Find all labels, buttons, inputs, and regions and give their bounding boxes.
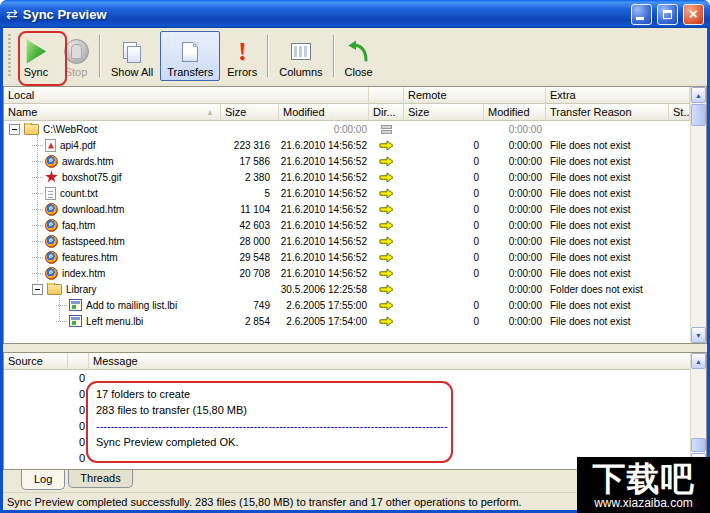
toolbar-button-transfers[interactable]: Transfers xyxy=(160,31,220,81)
toolbar-button-close[interactable]: Close xyxy=(338,31,380,81)
toolbar-button-sync[interactable]: Sync xyxy=(16,31,56,81)
htm-file-icon xyxy=(45,251,58,264)
log-scrollbar[interactable]: ▲ ▼ xyxy=(690,353,706,469)
column-header-transfer-reason[interactable]: Transfer Reason xyxy=(546,104,669,121)
toolbar-button-columns[interactable]: Columns xyxy=(272,31,329,81)
table-row[interactable]: boxshot75.gif2 38021.6.2010 14:56:5200:0… xyxy=(4,169,690,185)
toolbar-grip[interactable] xyxy=(8,34,11,78)
grid-scrollbar[interactable]: ▲ ▼ xyxy=(690,87,706,343)
log-row[interactable]: 0Sync Preview completed OK. xyxy=(4,434,690,450)
table-row[interactable]: index.htm20 70821.6.2010 14:56:5200:00:0… xyxy=(4,265,690,281)
column-header-size-local[interactable]: Size xyxy=(221,104,279,121)
green-curved-arrow-icon xyxy=(346,38,371,65)
maximize-button[interactable] xyxy=(657,4,678,25)
tree-line xyxy=(32,193,43,194)
log-row[interactable]: 0 xyxy=(4,370,690,386)
cell-name: features.htm xyxy=(4,251,221,264)
file-name-label: download.htm xyxy=(62,204,124,215)
cell-direction xyxy=(369,284,404,295)
log-column-source[interactable]: Source xyxy=(4,353,68,370)
cell-transfer-reason: File does not exist xyxy=(546,140,669,151)
cell-name: awards.htm xyxy=(4,155,221,168)
cell-local-size: 749 xyxy=(221,300,279,311)
expand-collapse-icon[interactable] xyxy=(9,124,20,135)
cell-remote-modified: 0:00:00 xyxy=(484,268,546,279)
cell-local-size: 223 316 xyxy=(221,140,279,151)
cell-transfer-reason: File does not exist xyxy=(546,268,669,279)
column-header-size-remote[interactable]: Size xyxy=(404,104,484,121)
log-cell-count: 0 xyxy=(68,436,89,448)
expand-collapse-icon[interactable] xyxy=(32,284,43,295)
toolbar-button-show-all[interactable]: Show All xyxy=(104,31,160,81)
log-column-count[interactable] xyxy=(68,353,89,370)
cell-name: Left menu.lbi xyxy=(4,315,221,327)
cell-local-size: 5 xyxy=(221,188,279,199)
toolbar-button-stop: Stop xyxy=(56,31,96,81)
table-row[interactable]: Library30.5.2006 12:25:580:00:00Folder d… xyxy=(4,281,690,297)
close-button[interactable]: × xyxy=(683,4,704,25)
cell-transfer-reason: File does not exist xyxy=(546,316,669,327)
scrollbar-thumb[interactable] xyxy=(691,438,706,452)
log-column-message[interactable]: Message xyxy=(89,353,706,370)
log-row[interactable]: 017 folders to create xyxy=(4,386,690,402)
table-row[interactable]: fastspeed.htm28 00021.6.2010 14:56:5200:… xyxy=(4,233,690,249)
file-name-label: Left menu.lbi xyxy=(86,316,143,327)
column-header-status[interactable]: St... xyxy=(669,104,690,121)
cell-remote-size: 0 xyxy=(404,156,484,167)
column-header-name[interactable]: Name ▲ xyxy=(4,104,221,121)
tab-log[interactable]: Log xyxy=(21,470,65,490)
minimize-button[interactable] xyxy=(631,4,652,25)
column-header-modified-local[interactable]: Modified xyxy=(279,104,369,121)
column-header-dir[interactable]: Dir... xyxy=(369,104,404,121)
cell-name: download.htm xyxy=(4,203,221,216)
file-name-label: awards.htm xyxy=(62,156,114,167)
table-row[interactable]: Add to mailing list.lbi7492.6.2005 17:55… xyxy=(4,297,690,313)
log-cell-message: 17 folders to create xyxy=(89,388,690,400)
tree-line xyxy=(32,161,43,162)
table-row[interactable]: api4.pdf223 31621.6.2010 14:56:5200:00:0… xyxy=(4,137,690,153)
cell-direction xyxy=(369,220,404,231)
scrollbar-thumb[interactable] xyxy=(691,104,706,126)
scroll-up-icon[interactable]: ▲ xyxy=(691,87,706,103)
file-name-label: faq.htm xyxy=(62,220,95,231)
gif-file-icon xyxy=(45,171,58,184)
table-row[interactable]: count.txt521.6.2010 14:56:5200:00:00File… xyxy=(4,185,690,201)
table-row[interactable]: Left menu.lbi2 8542.6.2005 17:54:0000:00… xyxy=(4,313,690,329)
tree-line xyxy=(32,273,43,274)
transfer-arrow-icon xyxy=(379,300,394,311)
table-row[interactable]: awards.htm17 58621.6.2010 14:56:5200:00:… xyxy=(4,153,690,169)
table-row[interactable]: faq.htm42 60321.6.2010 14:56:5200:00:00F… xyxy=(4,217,690,233)
log-panel: Source Message 0017 folders to create028… xyxy=(3,352,707,470)
table-row[interactable]: download.htm11 10421.6.2010 14:56:5200:0… xyxy=(4,201,690,217)
transfer-arrow-icon xyxy=(379,140,394,151)
log-row[interactable]: 0---------------------------------------… xyxy=(4,418,690,434)
scroll-up-icon[interactable]: ▲ xyxy=(691,353,706,369)
close-x-icon: × xyxy=(689,6,698,21)
log-row[interactable]: 0283 files to transfer (15,80 MB) xyxy=(4,402,690,418)
scroll-down-icon[interactable]: ▼ xyxy=(691,327,706,343)
table-row[interactable]: C:\WebRoot0:00:000:00:00 xyxy=(4,121,690,137)
group-header-extra: Extra xyxy=(546,87,690,104)
cell-local-size: 42 603 xyxy=(221,220,279,231)
grid-body: C:\WebRoot0:00:000:00:00api4.pdf223 3162… xyxy=(4,121,690,343)
log-cell-count: 0 xyxy=(68,420,89,432)
xiazaiba-watermark: 下载吧 www.xiazaiba.com xyxy=(577,457,710,513)
cell-transfer-reason: File does not exist xyxy=(546,300,669,311)
tab-threads[interactable]: Threads xyxy=(68,470,132,488)
toolbar: Sync Stop Show All Transfers ! Errors xyxy=(3,28,707,85)
cell-direction xyxy=(369,236,404,247)
window-title: Sync Preview xyxy=(23,7,626,22)
transfer-arrow-icon xyxy=(379,268,394,279)
stacked-pages-icon xyxy=(123,42,141,62)
file-name-label: fastspeed.htm xyxy=(62,236,125,247)
table-row[interactable]: features.htm29 54821.6.2010 14:56:5200:0… xyxy=(4,249,690,265)
cell-remote-size: 0 xyxy=(404,268,484,279)
tree-line xyxy=(56,321,67,322)
toolbar-button-errors[interactable]: ! Errors xyxy=(220,31,264,81)
cell-remote-size: 0 xyxy=(404,252,484,263)
cell-remote-modified: 0:00:00 xyxy=(484,156,546,167)
file-name-label: Add to mailing list.lbi xyxy=(86,300,177,311)
column-header-modified-remote[interactable]: Modified xyxy=(484,104,546,121)
cell-name: count.txt xyxy=(4,187,221,200)
htm-file-icon xyxy=(45,155,58,168)
